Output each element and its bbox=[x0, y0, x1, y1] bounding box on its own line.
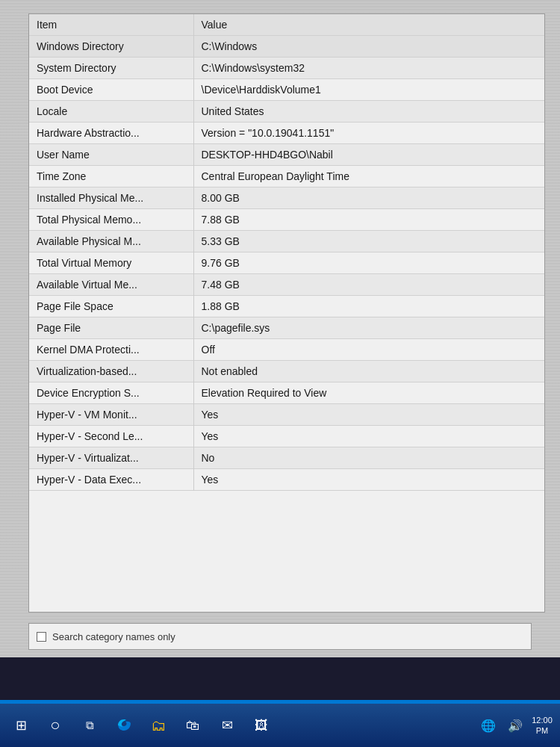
table-cell-value: \Device\HarddiskVolume1 bbox=[193, 79, 544, 101]
table-cell-value: Off bbox=[193, 339, 544, 361]
table-cell-item: Page File Space bbox=[29, 296, 193, 317]
content-panel: Item Value Windows Directory C:\Windows … bbox=[28, 13, 545, 613]
table-cell-value: C:\Windows\system32 bbox=[193, 58, 544, 79]
start-button[interactable]: ⊞ bbox=[6, 710, 36, 740]
table-row: Virtualization-based... Not enabled bbox=[29, 361, 544, 382]
volume-icon[interactable]: 🔊 bbox=[503, 713, 527, 737]
table-cell-value: DESKTOP-HHD4BGO\Nabil bbox=[193, 144, 544, 166]
table-cell-value: 9.76 GB bbox=[193, 252, 544, 274]
table-cell-value: 1.88 GB bbox=[193, 296, 544, 317]
system-info-table: Item Value Windows Directory C:\Windows … bbox=[29, 14, 544, 491]
task-view-icon: ⧉ bbox=[86, 719, 94, 732]
edge-icon bbox=[115, 716, 133, 734]
table-row: Kernel DMA Protecti... Off bbox=[29, 339, 544, 361]
table-cell-item: Hyper-V - Second Le... bbox=[29, 426, 193, 447]
table-row: Page File Space 1.88 GB bbox=[29, 296, 544, 317]
table-row: Boot Device \Device\HarddiskVolume1 bbox=[29, 79, 544, 101]
table-row: Hyper-V - Second Le... Yes bbox=[29, 426, 544, 447]
table-cell-value: No bbox=[193, 447, 544, 469]
table-row: Total Physical Memo... 7.88 GB bbox=[29, 209, 544, 231]
table-cell-value: C:\Windows bbox=[193, 36, 544, 58]
table-cell-item: Total Virtual Memory bbox=[29, 252, 193, 274]
table-cell-item: System Directory bbox=[29, 58, 193, 79]
table-cell-item: Page File bbox=[29, 317, 193, 339]
table-row: Windows Directory C:\Windows bbox=[29, 36, 544, 58]
table-cell-item: Locale bbox=[29, 101, 193, 123]
search-category-label: Search category names only bbox=[52, 631, 175, 642]
table-cell-value: 5.33 GB bbox=[193, 231, 544, 252]
task-view-button[interactable]: ⧉ bbox=[75, 710, 105, 740]
table-cell-value: Yes bbox=[193, 404, 544, 426]
store-button[interactable]: 🛍 bbox=[178, 710, 208, 740]
table-cell-item: Total Physical Memo... bbox=[29, 209, 193, 231]
table-cell-value: United States bbox=[193, 101, 544, 123]
table-cell-value: Version = "10.0.19041.1151" bbox=[193, 123, 544, 144]
table-cell-item: Hyper-V - VM Monit... bbox=[29, 404, 193, 426]
table-row: Available Virtual Me... 7.48 GB bbox=[29, 274, 544, 296]
photos-icon: 🖼 bbox=[255, 718, 268, 734]
table-cell-value: Not enabled bbox=[193, 361, 544, 382]
table-row: Hyper-V - VM Monit... Yes bbox=[29, 404, 544, 426]
table-cell-item: Time Zone bbox=[29, 166, 193, 187]
search-category-checkbox[interactable] bbox=[37, 632, 46, 642]
table-row: Installed Physical Me... 8.00 GB bbox=[29, 187, 544, 209]
table-row: User Name DESKTOP-HHD4BGO\Nabil bbox=[29, 144, 544, 166]
table-row: Device Encryption S... Elevation Require… bbox=[29, 382, 544, 404]
taskbar: ⊞ ○ ⧉ 🗂 🛍 ✉ 🖼 🌐 🔊 12:00P bbox=[0, 704, 560, 747]
search-bar: Search category names only bbox=[28, 623, 532, 650]
table-row: Hardware Abstractio... Version = "10.0.1… bbox=[29, 123, 544, 144]
table-row: Hyper-V - Data Exec... Yes bbox=[29, 469, 544, 491]
search-button[interactable]: ○ bbox=[40, 710, 70, 740]
start-icon: ⊞ bbox=[16, 717, 27, 734]
table-row: System Directory C:\Windows\system32 bbox=[29, 58, 544, 79]
table-cell-value: Elevation Required to View bbox=[193, 382, 544, 404]
network-icon[interactable]: 🌐 bbox=[476, 713, 500, 737]
column-header-value: Value bbox=[193, 14, 544, 36]
circle-icon: ○ bbox=[50, 716, 60, 735]
table-row: Available Physical M... 5.33 GB bbox=[29, 231, 544, 252]
edge-button[interactable] bbox=[109, 710, 139, 740]
table-row: Time Zone Central European Daylight Time bbox=[29, 166, 544, 187]
mail-icon: ✉ bbox=[222, 717, 233, 734]
folder-icon: 🗂 bbox=[151, 717, 166, 734]
table-cell-item: Installed Physical Me... bbox=[29, 187, 193, 209]
table-cell-item: Boot Device bbox=[29, 79, 193, 101]
table-cell-item: Windows Directory bbox=[29, 36, 193, 58]
table-cell-item: Available Virtual Me... bbox=[29, 274, 193, 296]
table-cell-item: Available Physical M... bbox=[29, 231, 193, 252]
table-cell-value: C:\pagefile.sys bbox=[193, 317, 544, 339]
table-cell-value: 8.00 GB bbox=[193, 187, 544, 209]
column-header-item: Item bbox=[29, 14, 193, 36]
table-cell-item: Kernel DMA Protecti... bbox=[29, 339, 193, 361]
table-cell-value: 7.48 GB bbox=[193, 274, 544, 296]
table-cell-value: Yes bbox=[193, 426, 544, 447]
table-cell-value: Yes bbox=[193, 469, 544, 491]
file-explorer-button[interactable]: 🗂 bbox=[143, 710, 173, 740]
table-row: Hyper-V - Virtualizat... No bbox=[29, 447, 544, 469]
store-icon: 🛍 bbox=[186, 718, 199, 734]
table-cell-value: Central European Daylight Time bbox=[193, 166, 544, 187]
clock: 12:00PM bbox=[530, 713, 554, 737]
table-cell-item: Hyper-V - Data Exec... bbox=[29, 469, 193, 491]
taskbar-right-area: 🌐 🔊 12:00PM bbox=[476, 713, 554, 737]
table-row: Locale United States bbox=[29, 101, 544, 123]
table-cell-item: User Name bbox=[29, 144, 193, 166]
table-cell-item: Device Encryption S... bbox=[29, 382, 193, 404]
table-cell-value: 7.88 GB bbox=[193, 209, 544, 231]
main-window: Item Value Windows Directory C:\Windows … bbox=[0, 0, 560, 657]
table-row: Page File C:\pagefile.sys bbox=[29, 317, 544, 339]
table-row: Total Virtual Memory 9.76 GB bbox=[29, 252, 544, 274]
photos-button[interactable]: 🖼 bbox=[246, 710, 276, 740]
mail-button[interactable]: ✉ bbox=[212, 710, 242, 740]
table-cell-item: Hyper-V - Virtualizat... bbox=[29, 447, 193, 469]
table-cell-item: Virtualization-based... bbox=[29, 361, 193, 382]
table-cell-item: Hardware Abstractio... bbox=[29, 123, 193, 144]
